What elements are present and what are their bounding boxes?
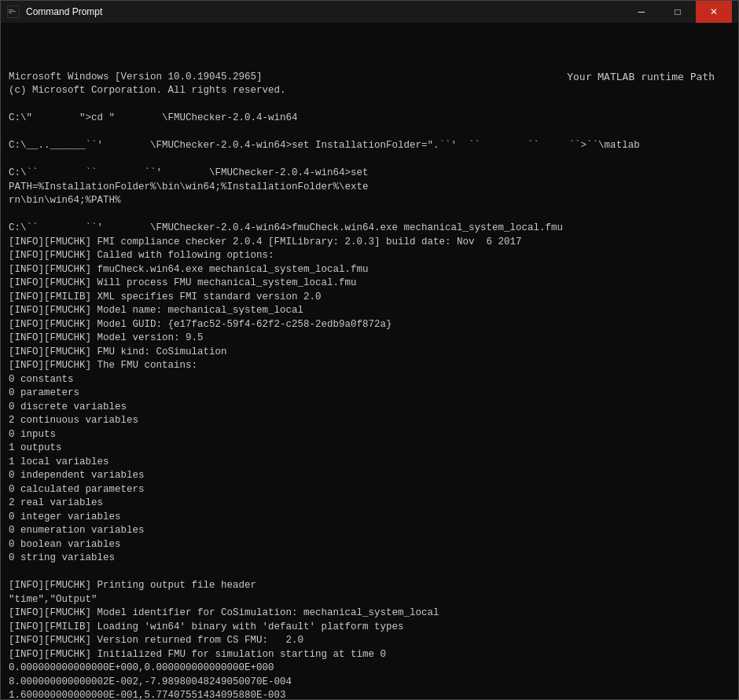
console-lines: Microsoft Windows [Version 10.0.19045.29…	[9, 71, 730, 700]
window-controls: ─ □ ✕	[623, 1, 732, 23]
console-line: 0 string variables	[9, 552, 730, 566]
console-line: 0 independent variables	[9, 469, 730, 483]
window-title: Command Prompt	[26, 6, 102, 17]
console-output[interactable]: Your MATLAB runtime Path Microsoft Windo…	[1, 23, 738, 699]
svg-rect-3	[9, 13, 12, 13]
console-line: (c) Microsoft Corporation. All rights re…	[9, 84, 730, 98]
maximize-button[interactable]: □	[660, 1, 696, 23]
matlab-notice: Your MATLAB runtime Path	[567, 70, 715, 84]
console-line: 0.000000000000000E+000,0.000000000000000…	[9, 662, 730, 676]
console-line: C:\__..______``' \FMUChecker-2.0.4-win64…	[9, 139, 730, 153]
console-line: [INFO][FMUCHK] FMU kind: CoSimulation	[9, 346, 730, 360]
console-line: 0 calculated parameters	[9, 483, 730, 497]
cmd-icon	[7, 5, 20, 18]
svg-rect-1	[9, 9, 13, 10]
console-line: 0 inputs	[9, 428, 730, 442]
console-line: [INFO][FMUCHK] Called with following opt…	[9, 249, 730, 263]
console-line: 0 parameters	[9, 387, 730, 401]
console-line: [INFO][FMUCHK] Model version: 9.5	[9, 332, 730, 346]
command-prompt-window: Command Prompt ─ □ ✕ Your MATLAB runtime…	[0, 0, 739, 700]
close-button[interactable]: ✕	[696, 1, 732, 23]
console-line: [INFO][FMUCHK] Will process FMU mechanic…	[9, 277, 730, 291]
console-line: [INFO][FMILIB] XML specifies FMI standar…	[9, 291, 730, 305]
console-line: 2 real variables	[9, 497, 730, 511]
minimize-button[interactable]: ─	[623, 1, 660, 23]
console-line: [INFO][FMUCHK] Model name: mechanical_sy…	[9, 304, 730, 318]
console-line: [INFO][FMILIB] Loading 'win64' binary wi…	[9, 621, 730, 635]
console-line: 2 continuous variables	[9, 414, 730, 428]
console-line: "time","Output"	[9, 593, 730, 607]
console-line: [INFO][FMUCHK] Model identifier for CoSi…	[9, 607, 730, 621]
console-line	[9, 566, 730, 580]
console-line: rn\bin\win64;%PATH%	[9, 194, 730, 208]
console-line: [INFO][FMUCHK] Printing output file head…	[9, 579, 730, 593]
console-line: C:\`` `` ``' \FMUChecker-2.0.4-win64>set…	[9, 167, 730, 194]
console-line: 1 outputs	[9, 442, 730, 456]
console-line: [INFO][FMUCHK] The FMU contains:	[9, 359, 730, 373]
console-line: [INFO][FMUCHK] Version returned from CS …	[9, 634, 730, 648]
console-line: [INFO][FMUCHK] fmuCheck.win64.exe mechan…	[9, 263, 730, 277]
console-line: 1 local variables	[9, 456, 730, 470]
console-line: 1.600000000000000E-001,5.774075514340958…	[9, 689, 730, 699]
console-line: [INFO][FMUCHK] Model GUID: {e17fac52-59f…	[9, 318, 730, 332]
console-line	[9, 208, 730, 222]
svg-rect-2	[9, 11, 16, 12]
console-line: 0 boolean variables	[9, 538, 730, 552]
console-line: 0 discrete variables	[9, 401, 730, 415]
console-line: C:\" ">cd " \FMUChecker-2.0.4-win64	[9, 112, 730, 126]
console-line: 8.000000000000002E-002,-7.98980048249050…	[9, 676, 730, 690]
console-line: [INFO][FMUCHK] Initialized FMU for simul…	[9, 648, 730, 662]
console-line	[9, 126, 730, 140]
console-line: 0 enumeration variables	[9, 524, 730, 538]
console-line: [INFO][FMUCHK] FMI compliance checker 2.…	[9, 236, 730, 250]
console-line: 0 constants	[9, 373, 730, 387]
title-bar: Command Prompt ─ □ ✕	[1, 1, 738, 23]
title-bar-left: Command Prompt	[7, 5, 102, 18]
console-line: 0 integer variables	[9, 511, 730, 525]
console-line	[9, 153, 730, 167]
console-line	[9, 98, 730, 112]
console-line: C:\`` ``' \FMUChecker-2.0.4-win64>fmuChe…	[9, 222, 730, 236]
